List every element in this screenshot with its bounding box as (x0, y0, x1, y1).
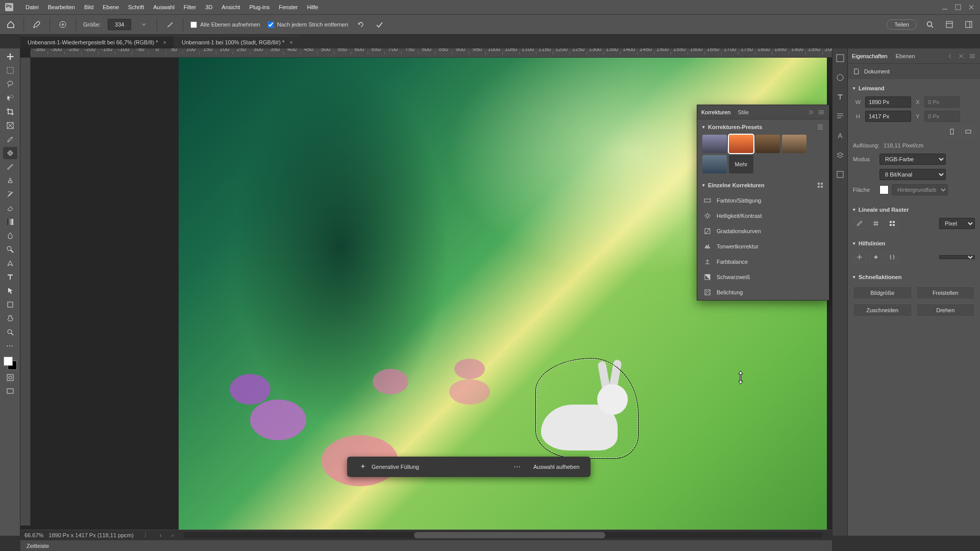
horizontal-ruler[interactable] (31, 48, 832, 58)
panels-icon[interactable] (963, 18, 975, 31)
fill-type-select[interactable]: Hintergrundfarbe (892, 184, 948, 195)
doc-info[interactable]: 1890 Px x 1417 Px (118,11 ppcm) (48, 532, 133, 538)
menu-bild[interactable]: Bild (84, 4, 93, 10)
single-adjustments-header[interactable]: ▾ Einzelne Korrekturen (697, 178, 829, 193)
active-tool-icon[interactable] (31, 19, 42, 30)
tab-close-icon[interactable]: × (163, 39, 166, 45)
zoom-tool-icon[interactable] (3, 326, 17, 338)
width-input[interactable] (865, 96, 911, 108)
color-mode-select[interactable]: RGB-Farbe (879, 154, 946, 165)
collapsed-layers-icon[interactable] (836, 151, 845, 160)
timeline-tab[interactable]: Zeitleiste (20, 540, 832, 551)
panel-collapse-icon[interactable] (946, 53, 953, 60)
section-leinwand[interactable]: ▾Leinwand (853, 82, 975, 94)
y-input[interactable] (924, 111, 960, 122)
spot-heal-tool-icon[interactable] (3, 147, 17, 159)
foreground-color-swatch[interactable] (4, 357, 13, 366)
pixel-grid-icon[interactable] (886, 218, 899, 229)
preset-thumb-3[interactable] (755, 135, 780, 153)
screen-mode-icon[interactable] (3, 385, 17, 397)
menu-ebene[interactable]: Ebene (103, 4, 119, 10)
collapsed-typography-icon[interactable] (836, 92, 845, 102)
menu-ansicht[interactable]: Ansicht (222, 4, 240, 10)
brush-tool-icon[interactable] (3, 161, 17, 173)
preset-more-button[interactable]: Mehr (729, 155, 753, 173)
preset-thumb-2[interactable] (729, 135, 753, 153)
horizontal-scrollbar[interactable] (184, 532, 823, 538)
guide-style-select[interactable] (939, 255, 975, 259)
shape-tool-icon[interactable] (3, 298, 17, 311)
type-tool-icon[interactable] (3, 271, 17, 283)
doc-info-dropdown-icon[interactable]: 〉 (144, 531, 150, 539)
deselect-button[interactable]: Auswahl aufheben (526, 460, 587, 474)
eyedropper-tool-icon[interactable] (3, 133, 17, 145)
color-swatches[interactable] (4, 357, 17, 370)
menu-bearbeiten[interactable]: Bearbeiten (48, 4, 75, 10)
panel-collapse-icon[interactable] (806, 109, 814, 116)
search-icon[interactable] (924, 18, 936, 31)
scrollbar-thumb[interactable] (414, 532, 606, 538)
fill-icon[interactable] (477, 462, 492, 471)
quick-crop[interactable]: Freistellen (916, 286, 975, 299)
menu-auswahl[interactable]: Auswahl (153, 4, 175, 10)
adj-hue-saturation[interactable]: Farbton/Sättigung (697, 193, 829, 208)
path-select-tool-icon[interactable] (3, 285, 17, 297)
quick-trim[interactable]: Zuschneiden (853, 304, 912, 317)
window-minimize-icon[interactable] (941, 4, 948, 11)
window-close-icon[interactable] (968, 4, 975, 11)
mask-icon[interactable] (461, 462, 475, 471)
adj-levels[interactable]: Tonwertkorrektur (697, 239, 829, 254)
adj-color-balance[interactable]: Farbbalance (697, 254, 829, 269)
blur-tool-icon[interactable] (3, 230, 17, 242)
adj-exposure[interactable]: Belichtung (697, 285, 829, 300)
adjustments-icon[interactable] (494, 462, 508, 471)
collapsed-channels-icon[interactable] (836, 170, 845, 179)
grid-view-icon[interactable] (817, 182, 824, 189)
grid-toggle-icon[interactable] (869, 218, 883, 229)
collapsed-swatches-icon[interactable] (836, 73, 845, 82)
brush-select-icon[interactable] (428, 462, 443, 471)
panel-menu-icon[interactable] (818, 109, 825, 116)
nav-prev-icon[interactable]: ‹ (160, 532, 162, 538)
tab-eigenschaften[interactable]: Eigenschaften (852, 53, 888, 59)
clone-stamp-tool-icon[interactable] (3, 174, 17, 187)
checkbox-all-layers[interactable]: Alle Ebenen aufnehmen (190, 21, 260, 28)
tab-stile[interactable]: Stile (738, 109, 748, 115)
checkbox-remove-after-stroke[interactable]: Nach jedem Strich entfernen (267, 21, 348, 28)
tab-document-2[interactable]: Unbenannt-1 bei 100% (Stadt, RGB/8#) * × (175, 36, 300, 48)
x-input[interactable] (924, 96, 960, 108)
menu-3d[interactable]: 3D (205, 4, 212, 10)
collapsed-color-icon[interactable] (836, 54, 845, 63)
share-button[interactable]: Teilen (887, 19, 917, 30)
home-button[interactable] (5, 19, 16, 30)
section-quick-actions[interactable]: ▾Schnellaktionen (853, 271, 975, 283)
panel-close-icon[interactable] (958, 53, 965, 60)
section-rulers[interactable]: ▾Lineale und Raster (853, 204, 975, 216)
preset-thumb-4[interactable] (782, 135, 806, 153)
ruler-toggle-icon[interactable] (853, 218, 866, 229)
panel-menu-icon[interactable] (969, 53, 976, 60)
vertical-ruler[interactable] (20, 58, 31, 525)
workspace-icon[interactable] (943, 18, 955, 31)
tab-ebenen[interactable]: Ebenen (896, 53, 915, 59)
guides-toggle-icon[interactable] (853, 252, 866, 263)
menu-plugins[interactable]: Plug-ins (249, 4, 270, 10)
menu-filter[interactable]: Filter (184, 4, 196, 10)
dodge-tool-icon[interactable] (3, 243, 17, 256)
frame-tool-icon[interactable] (3, 119, 17, 132)
adj-black-white[interactable]: Schwarzweiß (697, 269, 829, 285)
quick-mask-icon[interactable] (3, 371, 17, 384)
preset-thumb-1[interactable] (702, 135, 727, 153)
more-icon[interactable]: ⋯ (510, 462, 524, 471)
menu-datei[interactable]: Datei (26, 4, 39, 10)
collapsed-glyphs-icon[interactable] (836, 131, 845, 140)
section-guides[interactable]: ▾Hilfslinien (853, 237, 975, 249)
quick-select-tool-icon[interactable] (3, 92, 17, 104)
brush-add-icon[interactable] (57, 19, 68, 30)
menu-schrift[interactable]: Schrift (128, 4, 144, 10)
tab-korrekturen[interactable]: Korrekturen (701, 109, 730, 115)
eraser-tool-icon[interactable] (3, 202, 17, 214)
orientation-landscape-icon[interactable] (962, 126, 975, 137)
orientation-portrait-icon[interactable] (945, 126, 959, 137)
collapsed-paragraph-icon[interactable] (836, 112, 845, 121)
